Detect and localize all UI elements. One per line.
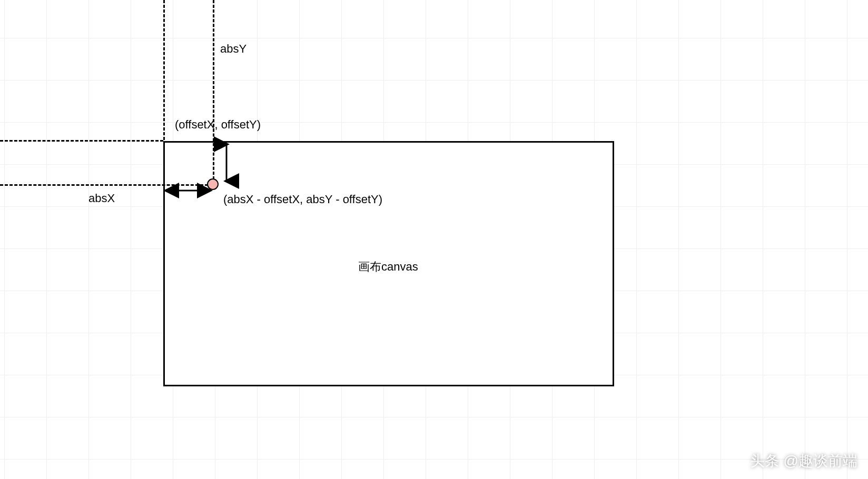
arrow-horizontal xyxy=(163,184,213,197)
label-absX: absX xyxy=(88,192,115,205)
arrow-vertical xyxy=(220,141,233,184)
label-offset: (offsetX, offsetY) xyxy=(175,118,261,132)
point-marker xyxy=(207,178,219,190)
label-canvas: 画布canvas xyxy=(358,259,418,275)
label-point-formula: (absX - offsetX, absY - offsetY) xyxy=(223,193,382,206)
label-absY: absY xyxy=(220,42,246,56)
dashed-horizontal-offset xyxy=(0,140,163,142)
watermark: 头条 @趣谈前端 xyxy=(750,451,857,471)
dashed-vertical-point xyxy=(213,0,214,184)
dashed-vertical-offset xyxy=(163,0,165,140)
